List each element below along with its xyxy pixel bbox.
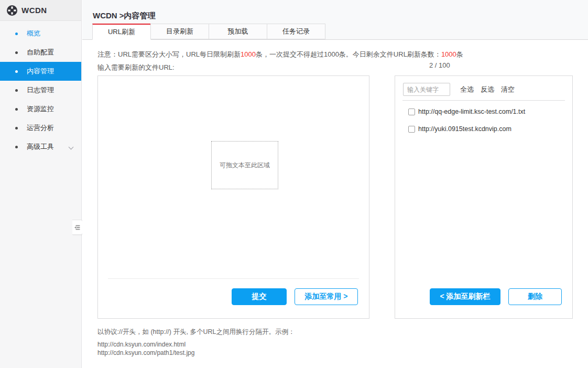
drop-zone-text: 可拖文本至此区域	[220, 161, 270, 170]
checkbox[interactable]	[408, 109, 415, 115]
tab-bar: URL刷新 目录刷新 预加载 任务记录	[92, 24, 325, 40]
tab-url-refresh[interactable]: URL刷新	[92, 24, 151, 40]
notice-part: 注意：URL需要区分大小写，URL每日限制刷新	[97, 50, 241, 58]
bullet-icon	[15, 89, 18, 92]
sidebar-item-log-management[interactable]: 日志管理	[0, 81, 81, 100]
protocol-hint-text: 以协议://开头，如 (http://) 开头, 多个URL之间用换行分隔开。示…	[97, 328, 295, 337]
logo: WCDN	[0, 0, 81, 21]
sidebar-menu: 概览 自助配置 内容管理 日志管理 资源监控 运营分析 高级工具	[0, 21, 81, 156]
url-text: http://yuki.0915test.kcdnvip.com	[418, 125, 511, 133]
clear-link[interactable]: 清空	[501, 85, 515, 94]
sidebar-collapse-handle[interactable]	[72, 220, 83, 235]
add-to-common-button[interactable]: 添加至常用 >	[295, 288, 358, 305]
url-list: http://qq-edge-limit.ksc-test.com/1.txt …	[408, 105, 567, 140]
submit-button[interactable]: 提交	[232, 288, 287, 305]
wcdn-logo-icon	[7, 5, 17, 16]
sidebar-item-label: 资源监控	[27, 104, 54, 114]
sidebar-item-advanced-tools[interactable]: 高级工具	[0, 137, 81, 156]
sidebar-item-label: 高级工具	[27, 142, 54, 151]
main-area: WCDN >内容管理 URL刷新 目录刷新 预加载 任务记录 注意：URL需要区…	[82, 0, 588, 368]
delete-button[interactable]: 删除	[508, 288, 562, 305]
notice-limit-red: 1000	[241, 50, 256, 58]
common-url-panel: 全选 反选 清空 http://qq-edge-limit.ksc-test.c…	[395, 75, 573, 319]
collapse-menu-icon	[74, 224, 81, 231]
example-url-1: http://cdn.ksyun.com/index.html	[97, 340, 194, 349]
sidebar-item-content-management[interactable]: 内容管理	[0, 62, 81, 81]
drop-zone[interactable]: 可拖文本至此区域	[211, 141, 278, 189]
chevron-down-icon	[69, 145, 74, 150]
tab-content: 注意：URL需要区分大小写，URL每日限制刷新1000条，一次提交不得超过100…	[82, 40, 588, 367]
bullet-icon	[15, 108, 18, 111]
list-item: http://qq-edge-limit.ksc-test.com/1.txt	[408, 105, 567, 118]
url-text: http://qq-edge-limit.ksc-test.com/1.txt	[418, 108, 525, 115]
sidebar: WCDN 概览 自助配置 内容管理 日志管理 资源监控 运营分析 高级工具	[0, 0, 82, 368]
logo-text: WCDN	[21, 6, 47, 15]
breadcrumb: WCDN >内容管理	[93, 11, 156, 21]
example-url-2: http://cdn.ksyun.com/path1/test.jpg	[97, 349, 194, 357]
tab-preload[interactable]: 预加载	[209, 24, 267, 39]
sidebar-item-label: 自助配置	[27, 48, 54, 57]
tab-task-record[interactable]: 任务记录	[267, 24, 325, 39]
checkbox[interactable]	[408, 126, 415, 133]
add-to-refresh-button[interactable]: < 添加至刷新栏	[430, 288, 500, 305]
divider	[402, 100, 565, 101]
sidebar-item-label: 运营分析	[27, 123, 54, 133]
top-band: WCDN >内容管理 URL刷新 目录刷新 预加载 任务记录	[82, 0, 588, 40]
example-urls: http://cdn.ksyun.com/index.html http://c…	[97, 340, 194, 357]
select-all-link[interactable]: 全选	[460, 85, 474, 94]
sidebar-item-operation-analysis[interactable]: 运营分析	[0, 118, 81, 137]
selection-counter: 2 / 100	[429, 61, 450, 69]
notice-remaining-red: 1000	[441, 50, 456, 58]
invert-selection-link[interactable]: 反选	[481, 85, 494, 94]
sidebar-item-overview[interactable]: 概览	[0, 24, 81, 43]
sidebar-item-label: 日志管理	[27, 85, 54, 95]
bullet-icon	[15, 33, 18, 35]
sidebar-item-label: 概览	[27, 29, 40, 38]
tab-directory-refresh[interactable]: 目录刷新	[150, 24, 209, 39]
notice-part: 条，一次提交不得超过1000条。今日剩余文件URL刷新条数：	[256, 50, 441, 58]
bullet-icon	[15, 51, 18, 54]
url-input-panel[interactable]: 可拖文本至此区域 提交 添加至常用 >	[97, 75, 369, 319]
url-input-label: 输入需要刷新的文件URL:	[97, 63, 175, 72]
bullet-icon	[15, 146, 18, 148]
sidebar-item-label: 内容管理	[27, 67, 54, 76]
divider	[108, 278, 359, 279]
sidebar-item-self-config[interactable]: 自助配置	[0, 43, 81, 62]
notice-text: 注意：URL需要区分大小写，URL每日限制刷新1000条，一次提交不得超过100…	[97, 50, 463, 59]
sidebar-item-resource-monitor[interactable]: 资源监控	[0, 100, 81, 118]
keyword-search-input[interactable]	[403, 83, 450, 96]
bullet-icon	[15, 127, 18, 129]
bullet-icon	[15, 70, 18, 73]
notice-part: 条	[456, 50, 463, 58]
list-item: http://yuki.0915test.kcdnvip.com	[408, 123, 567, 135]
